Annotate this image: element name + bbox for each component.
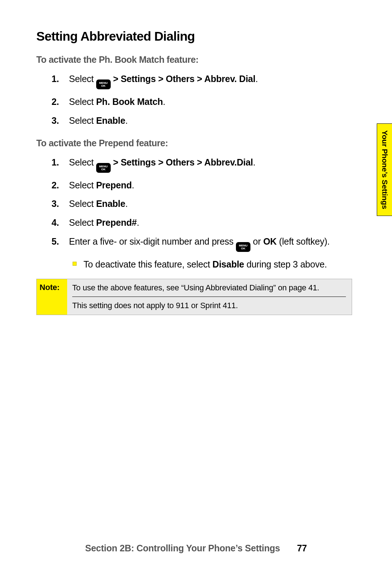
page-number: 77 xyxy=(297,543,307,553)
text: . xyxy=(163,97,166,107)
bold-text: > Settings > Others > Abbrev. Dial xyxy=(111,74,256,84)
bold-text: Prepend# xyxy=(96,217,137,228)
bold-text: Prepend xyxy=(96,180,132,190)
side-tab: Your Phone’s Settings xyxy=(377,123,392,216)
list-number: 3. xyxy=(52,198,59,210)
text: Enter a five- or six-digit number and pr… xyxy=(69,236,236,246)
text: Select xyxy=(69,217,96,228)
page-footer: Section 2B: Controlling Your Phone’s Set… xyxy=(0,543,392,554)
list-item: 1. Select MENUOK > Settings > Others > A… xyxy=(36,156,352,173)
list-number: 1. xyxy=(52,73,59,85)
list-number: 2. xyxy=(52,96,59,108)
list-item: 2. Select Ph. Book Match. xyxy=(36,96,352,108)
bold-text: > Settings > Others > Abbrev.Dial xyxy=(111,157,253,167)
subhead-bookmatch: To activate the Ph. Book Match feature: xyxy=(36,54,352,65)
list-bookmatch: 1. Select MENUOK > Settings > Others > A… xyxy=(36,73,352,127)
list-item: 4. Select Prepend#. xyxy=(36,217,352,229)
list-number: 4. xyxy=(52,217,59,229)
text: Select xyxy=(69,199,96,209)
note-body: To use the above features, see “Using Ab… xyxy=(67,279,352,315)
square-bullet-icon xyxy=(73,262,77,266)
text: Select xyxy=(69,74,96,84)
bold-text: Disable xyxy=(212,259,244,269)
list-item: 3. Select Enable. xyxy=(36,115,352,127)
text: . xyxy=(256,74,258,84)
text: . xyxy=(125,199,128,209)
list-item: 1. Select MENUOK > Settings > Others > A… xyxy=(36,73,352,89)
side-tab-label: Your Phone’s Settings xyxy=(380,130,389,209)
bold-text: Enable xyxy=(96,115,125,126)
subhead-prepend: To activate the Prepend feature: xyxy=(36,138,352,148)
text: . xyxy=(137,217,139,228)
text: during step 3 above. xyxy=(244,259,327,269)
text: Select xyxy=(69,115,96,126)
page-title: Setting Abbreviated Dialing xyxy=(36,29,352,44)
text: Select xyxy=(69,157,96,167)
note-separator xyxy=(72,297,346,297)
note-line-1: To use the above features, see “Using Ab… xyxy=(72,283,346,293)
list-prepend: 1. Select MENUOK > Settings > Others > A… xyxy=(36,156,352,252)
list-number: 1. xyxy=(52,156,59,169)
list-item: 2. Select Prepend. xyxy=(36,179,352,192)
note-line-2: This setting does not apply to 911 or Sp… xyxy=(72,301,346,311)
note-label: Note: xyxy=(37,279,67,315)
list-number: 3. xyxy=(52,115,59,127)
list-number: 5. xyxy=(52,236,59,248)
text: Select xyxy=(69,180,96,190)
footer-section: Section 2B: Controlling Your Phone’s Set… xyxy=(85,543,280,553)
bold-text: OK xyxy=(263,236,277,246)
text: . xyxy=(253,157,256,167)
text: (left softkey). xyxy=(277,236,330,246)
menu-ok-key-icon: MENUOK xyxy=(96,79,111,89)
menu-ok-key-icon: MENUOK xyxy=(236,242,250,252)
menu-ok-key-icon: MENUOK xyxy=(96,163,111,173)
text: or xyxy=(250,236,263,246)
list-item: 3. Select Enable. xyxy=(36,198,352,210)
text: Select xyxy=(69,97,96,107)
text: To deactivate this feature, select xyxy=(83,259,212,269)
page-content: Setting Abbreviated Dialing To activate … xyxy=(0,0,392,315)
list-item: 5. Enter a five- or six-digit number and… xyxy=(36,236,352,252)
bold-text: Ph. Book Match xyxy=(96,97,163,107)
bold-text: Enable xyxy=(96,199,125,209)
note-box: Note: To use the above features, see “Us… xyxy=(36,279,352,315)
text: . xyxy=(125,115,128,126)
text: . xyxy=(132,180,134,190)
list-number: 2. xyxy=(52,179,59,192)
sub-bullet: To deactivate this feature, select Disab… xyxy=(36,258,352,271)
